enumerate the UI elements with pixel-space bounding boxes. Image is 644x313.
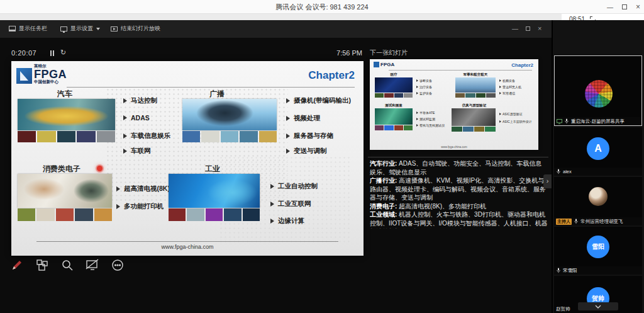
video-tile-songxueyang[interactable]: 雪阳 宋雪阳 xyxy=(554,227,642,275)
broadcast-thumbnails xyxy=(182,131,277,142)
share-toolbar: 显示任务栏 显示设置 结束幻灯片放映 xyxy=(0,20,552,38)
avatar: A xyxy=(587,137,609,160)
bullet-broadcast-4: 变送与调制 xyxy=(286,147,327,156)
bullet-automotive-3: 车载信息娱乐 xyxy=(123,132,170,140)
monitor-icon xyxy=(60,26,67,31)
preview-military-photo xyxy=(455,77,496,93)
end-slideshow-label: 结束幻灯片放映 xyxy=(121,25,160,33)
participant-name: 宋雪阳 xyxy=(563,268,577,274)
bullet-automotive-4: 车联网 xyxy=(123,147,151,156)
bullet-automotive-2: ADAS xyxy=(123,114,150,122)
show-taskbar-button[interactable]: 显示任务栏 xyxy=(9,25,47,33)
preview-test-photo xyxy=(375,108,413,125)
current-slide[interactable]: 英特尔 FPGA 中国创新中心 Chapter2 汽车 马达控制 ADAS 车载… xyxy=(11,61,364,256)
end-slideshow-button[interactable]: 结束幻灯片放映 xyxy=(111,25,160,33)
display-settings-button[interactable]: 显示设置 xyxy=(60,25,100,33)
slideshow-icon xyxy=(111,26,118,31)
video-tile-alex[interactable]: A alex xyxy=(554,127,642,176)
section-title-broadcast: 广播 xyxy=(189,89,245,100)
preview-footer-url: www.fpga-china.com xyxy=(370,145,538,149)
consumer-thumbnails xyxy=(18,208,112,221)
all-slides-button[interactable] xyxy=(34,257,50,273)
preview-test-thumbnails xyxy=(375,125,413,130)
pen-tool-button[interactable] xyxy=(9,257,25,273)
laser-pointer-dot xyxy=(97,166,103,171)
display-settings-label: 显示设置 xyxy=(70,25,93,33)
participant-name: alex xyxy=(563,169,572,174)
zoom-slide-button[interactable] xyxy=(59,257,75,273)
preview-medical-thumbnails xyxy=(375,93,413,98)
share-close-icon[interactable]: × xyxy=(538,25,541,32)
video-tile-zhaoheshuai[interactable]: 贺帅 赵贺帅 xyxy=(554,276,642,313)
preview-bullet-test-2: 测试和监测 xyxy=(416,117,435,121)
chapter-title: Chapter2 xyxy=(308,69,355,82)
maximize-icon[interactable] xyxy=(622,4,627,9)
participant-name: 重启海云-赵鉴的屏幕共享 xyxy=(571,118,625,125)
pause-timer-icon[interactable] xyxy=(50,50,54,56)
share-minimize-icon[interactable]: — xyxy=(512,25,518,32)
more-options-button[interactable] xyxy=(109,257,126,273)
host-badge: 主持人 xyxy=(556,219,572,225)
preview-medical-photo xyxy=(375,77,413,93)
preview-header-rule xyxy=(389,70,532,71)
note-broadcast: 广播行业: 高速摄像机、KVM、视频IP化、高清投影、交换机与路由器、视频处理卡… xyxy=(370,176,548,202)
industrial-thumbnails xyxy=(169,208,260,221)
participants-panel: 重启海云-赵鉴的屏幕共享 A alex 主持人 常州运营经理胡亚飞 雪阳 xyxy=(553,20,644,313)
titlebar: 腾讯会议 会议号: 981 439 224 — × xyxy=(0,0,644,14)
fpga-logo: 英特尔 FPGA 中国创新中心 xyxy=(16,64,67,84)
preview-logo: FPGA xyxy=(374,62,394,67)
preview-title-test: 测试和测量 xyxy=(375,103,413,108)
logo-cn-bottom: 中国创新中心 xyxy=(34,80,67,84)
section-title-industrial: 工业 xyxy=(175,164,250,174)
next-slide-preview[interactable]: FPGA Chapter2 医疗 诊断设备 治疗设备 监护设备 军事和航空航天 … xyxy=(370,59,538,150)
window-controls: — × xyxy=(607,0,640,14)
preview-title-medical: 医疗 xyxy=(375,72,413,77)
speaker-notes: 汽车行业: ADAS、自动驾驶、功能安全、马达控制、车载信息娱乐、驾驶信息显示 … xyxy=(370,159,548,229)
panel-expander-button[interactable]: › xyxy=(543,174,552,188)
avatar xyxy=(589,187,608,206)
video-tile-screenshare[interactable]: 重启海云-赵鉴的屏幕共享 xyxy=(554,55,642,126)
mic-icon xyxy=(556,268,561,273)
titlebar-substrip xyxy=(0,14,644,20)
share-maximize-icon[interactable] xyxy=(526,26,530,31)
preview-bullet-test-3: 有线与无线测试仪 xyxy=(416,123,445,127)
collapse-panel-button[interactable] xyxy=(578,302,618,310)
mic-icon xyxy=(574,219,579,224)
preview-chapter: Chapter2 xyxy=(511,62,533,68)
bullet-automotive-1: 马达控制 xyxy=(123,96,157,105)
bullet-industrial-3: 边缘计算 xyxy=(270,217,304,225)
preview-bullet-medical-3: 监护设备 xyxy=(416,91,432,95)
bullet-broadcast-1: 摄像机(带编码输出) xyxy=(286,96,351,105)
participant-name: 常州运营经理胡亚飞 xyxy=(580,219,623,225)
black-screen-button[interactable] xyxy=(84,257,101,273)
preview-bullet-medical-1: 诊断设备 xyxy=(416,79,432,83)
chevron-down-icon xyxy=(96,28,100,30)
tile-label-host: 主持人 常州运营经理胡亚飞 xyxy=(554,217,642,225)
screenshare-icon xyxy=(557,119,562,124)
preview-prototyping-photo xyxy=(452,108,496,126)
presenter-clock: 7:56 PM xyxy=(314,49,362,57)
broadcast-photo xyxy=(182,99,277,130)
next-slide-label: 下一张幻灯片 xyxy=(370,48,408,57)
slide-footer-url: www.fpga-china.com xyxy=(11,244,364,250)
note-consumer: 消费电子: 超高清电视(8K)、多功能打印机 xyxy=(370,202,548,211)
header-rule xyxy=(67,87,355,88)
mic-icon xyxy=(556,169,561,174)
industrial-photo xyxy=(169,174,260,208)
close-icon[interactable]: × xyxy=(636,3,640,11)
note-industrial: 工业领域: 机器人控制、火车与铁路、3D打印机、驱动器和电机控制、IIOT设备与… xyxy=(370,210,548,229)
preview-bullet-prototyping-1: ASIC原型验证 xyxy=(499,112,523,116)
taskbar-icon xyxy=(9,26,16,31)
notes-divider xyxy=(368,157,548,157)
bullet-consumer-1: 超高清电视(8K) xyxy=(116,185,170,193)
participant-name: 赵贺帅 xyxy=(556,306,570,312)
minimize-icon[interactable]: — xyxy=(607,4,613,11)
preview-bullet-prototyping-2: ASIC上市前软件设计 xyxy=(499,120,532,123)
restart-timer-icon[interactable]: ↻ xyxy=(60,48,66,57)
mosaic-avatar xyxy=(585,80,613,108)
footer-rule xyxy=(36,241,338,242)
meeting-title: 腾讯会议 会议号: 981 439 224 xyxy=(0,0,644,14)
bullet-industrial-2: 工业互联网 xyxy=(270,200,311,208)
video-tile-host[interactable]: 主持人 常州运营经理胡亚飞 xyxy=(554,177,642,225)
bullet-consumer-2: 多功能打印机 xyxy=(116,202,164,211)
